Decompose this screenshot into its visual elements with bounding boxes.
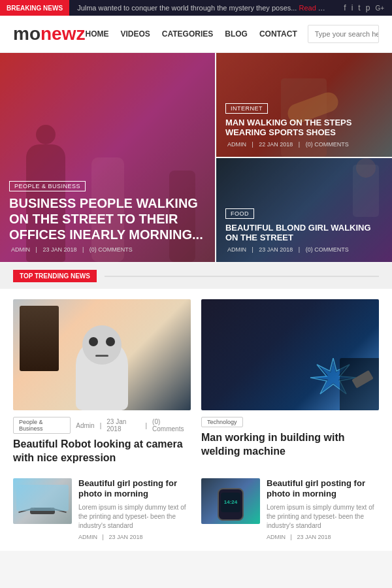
search-input[interactable] xyxy=(308,27,379,41)
card-watch-title: Beautiful girl posting for photo in morn… xyxy=(267,478,379,500)
trending-label: TOP TRENDING NEWS xyxy=(13,270,97,282)
hero-bottom-right-title: BEAUTIFUL BLOND GIRL WALKING ON THE STRE… xyxy=(225,223,383,243)
card-watch-date: 23 JAN 2018 xyxy=(297,534,331,540)
search-box: 🔍 xyxy=(308,25,379,43)
card-robot-date: 23 Jan 2018 xyxy=(106,418,140,433)
hero-bottom-right-meta: ADMIN | 23 JAN 2018 | (0) COMMENTS xyxy=(225,246,383,253)
watch-screen: 14:24 xyxy=(221,493,240,512)
card-watch[interactable]: 14:24 Beautiful girl posting for photo i… xyxy=(201,478,379,541)
card-watch-meta: ADMIN | 23 JAN 2018 xyxy=(267,534,379,540)
card-drone-meta: ADMIN | 23 JAN 2018 xyxy=(78,534,191,540)
nav-home[interactable]: HOME xyxy=(85,29,108,39)
card-drone-title: Beautiful girl posting for photo in morn… xyxy=(78,478,191,500)
hero-main-author: ADMIN xyxy=(11,246,30,253)
card-watch-author: ADMIN xyxy=(267,534,286,540)
hero-top-right-category: INTERNET xyxy=(225,103,268,114)
drone-sky xyxy=(16,485,69,511)
breaking-text: Julma wanted to conquer the world throug… xyxy=(69,4,336,12)
twitter-icon[interactable]: t xyxy=(358,3,360,12)
trending-line xyxy=(105,276,379,277)
instagram-icon[interactable]: i xyxy=(351,3,353,12)
breaking-news-bar: BREAKING News Julma wanted to conquer th… xyxy=(0,0,392,16)
logo[interactable]: monewz xyxy=(13,24,85,44)
hero-bottom-right-category: FOOD xyxy=(225,208,254,219)
robot-right-eye xyxy=(106,337,115,346)
card-robot-category: People & Business xyxy=(13,417,71,434)
hero-main-content: PEOPLE & BUSINESS BUSINESS PEOPLE WALKIN… xyxy=(0,170,215,262)
card-watch-image: 14:24 xyxy=(201,478,260,524)
hero-main[interactable]: PEOPLE & BUSINESS BUSINESS PEOPLE WALKIN… xyxy=(0,53,215,262)
card-drone-image xyxy=(13,478,72,524)
hero-section: PEOPLE & BUSINESS BUSINESS PEOPLE WALKIN… xyxy=(0,53,392,262)
logo-mo: mo xyxy=(13,24,41,44)
hero-top-right-content: INTERNET MAN WALKING ON THE STEPS WEARIN… xyxy=(216,92,392,157)
card-robot-tags: People & Business Admin | 23 Jan 2018 | … xyxy=(13,417,191,434)
hero-main-comments: (0) COMMENTS xyxy=(90,246,133,253)
card-welding-image xyxy=(201,299,379,410)
logo-newz: newz xyxy=(41,24,85,44)
breaking-label: BREAKING News xyxy=(0,0,69,16)
pinterest-icon[interactable]: p xyxy=(366,3,370,12)
card-robot-author: Admin xyxy=(76,422,94,429)
nav: HOME VIDEOS CATEGORIES BLOG CONTACT xyxy=(85,29,297,39)
card-robot-image xyxy=(13,299,191,410)
nav-videos[interactable]: VIDEOS xyxy=(120,29,150,39)
card-welding-tags: Technology xyxy=(201,417,379,427)
card-robot-title: Beautiful Robot looking at camera with n… xyxy=(13,438,191,465)
hero-main-meta: ADMIN | 23 JAN 2018 | (0) COMMENTS xyxy=(9,246,206,253)
card-robot[interactable]: People & Business Admin | 23 Jan 2018 | … xyxy=(13,299,191,465)
google-plus-icon[interactable]: G+ xyxy=(375,5,384,12)
robot-mouth xyxy=(95,355,108,357)
hero-top-right-title: MAN WALKING ON THE STEPS WEARING SPORTS … xyxy=(225,118,383,138)
hero-main-date: 23 JAN 2018 xyxy=(42,246,76,253)
card-drone-date: 23 JAN 2018 xyxy=(108,534,142,540)
header: monewz HOME VIDEOS CATEGORIES BLOG CONTA… xyxy=(0,16,392,53)
card-drone-desc: Lorem ipsum is simply dummy text of the … xyxy=(78,503,191,531)
card-drone-content: Beautiful girl posting for photo in morn… xyxy=(78,478,191,541)
breaking-readmore-link[interactable]: Read More xyxy=(299,4,334,12)
facebook-icon[interactable]: f xyxy=(344,3,346,12)
hero-top-right-meta: ADMIN | 22 JAN 2018 | (0) COMMENTS xyxy=(225,141,383,148)
card-drone-author: ADMIN xyxy=(78,534,97,540)
card-robot-sep2: | xyxy=(145,422,147,429)
nav-blog[interactable]: BLOG xyxy=(225,29,248,39)
hero-right: INTERNET MAN WALKING ON THE STEPS WEARIN… xyxy=(216,53,392,262)
card-welding-category: Technology xyxy=(201,417,243,427)
card-watch-content: Beautiful girl posting for photo in morn… xyxy=(267,478,379,541)
cards-row-large: People & Business Admin | 23 Jan 2018 | … xyxy=(13,299,379,465)
robot-bg-element xyxy=(20,306,59,371)
card-welding[interactable]: Technology Man working in building with … xyxy=(201,299,379,465)
hero-bottom-right-content: FOOD BEAUTIFUL BLOND GIRL WALKING ON THE… xyxy=(216,197,392,262)
card-watch-desc: Lorem ipsum is simply dummy text of the … xyxy=(267,503,379,531)
card-robot-sep1: | xyxy=(100,422,102,429)
card-welding-title: Man working in building with welding mac… xyxy=(201,431,379,459)
nav-contact[interactable]: CONTACT xyxy=(259,29,297,39)
social-icons: f i t p G+ xyxy=(336,3,392,12)
cards-row-small: Beautiful girl posting for photo in morn… xyxy=(13,478,379,541)
trending-bar: TOP TRENDING NEWS xyxy=(0,263,392,289)
hero-main-category: PEOPLE & BUSINESS xyxy=(9,181,86,191)
robot-left-eye xyxy=(89,337,98,346)
nav-categories[interactable]: CATEGORIES xyxy=(162,29,213,39)
hero-main-title: BUSINESS PEOPLE WALKING ON THE STREET TO… xyxy=(9,195,206,242)
hero-top-right[interactable]: INTERNET MAN WALKING ON THE STEPS WEARIN… xyxy=(216,53,392,157)
card-drone[interactable]: Beautiful girl posting for photo in morn… xyxy=(13,478,191,541)
card-robot-comments: (0) Comments xyxy=(152,418,191,433)
cards-section: People & Business Admin | 23 Jan 2018 | … xyxy=(0,289,392,551)
robot-head-shape xyxy=(82,325,122,365)
hero-bottom-right[interactable]: FOOD BEAUTIFUL BLOND GIRL WALKING ON THE… xyxy=(216,158,392,262)
